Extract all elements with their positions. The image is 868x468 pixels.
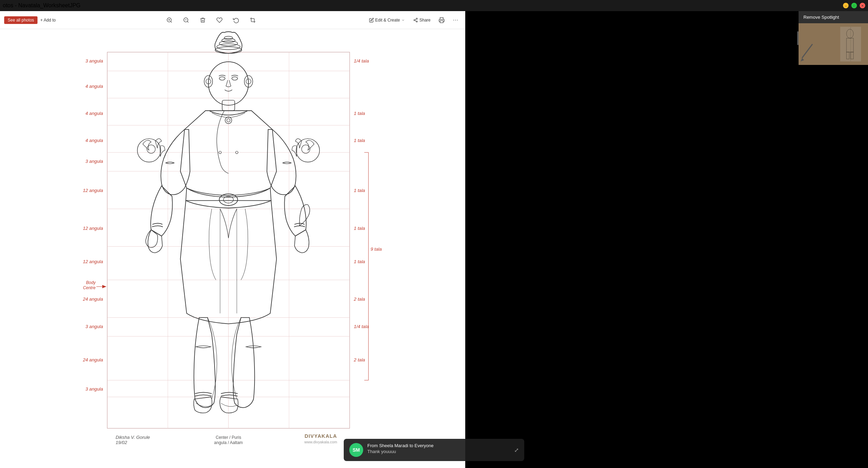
more-options-button[interactable]: ⋯ xyxy=(450,15,461,26)
svg-text:1/4 tala: 1/4 tala xyxy=(354,58,369,64)
minimize-button[interactable]: – xyxy=(843,3,849,8)
svg-line-11 xyxy=(415,19,416,19)
spotlight-label: Remove Spotlight xyxy=(803,15,839,20)
svg-text:1 tala: 1 tala xyxy=(354,138,365,143)
spotlight-panel: Remove Spotlight xyxy=(799,11,868,65)
svg-text:3 angula: 3 angula xyxy=(85,58,103,64)
delete-button[interactable] xyxy=(197,15,208,26)
close-button[interactable]: ✕ xyxy=(860,3,865,8)
maximize-button[interactable]: □ xyxy=(851,3,857,8)
chat-notification: SM From Sheela Maradi to Everyone Thank … xyxy=(344,439,524,461)
svg-text:1 tala: 1 tala xyxy=(354,259,365,264)
titlebar-controls: – □ ✕ xyxy=(843,3,865,8)
svg-text:1/4 tala: 1/4 tala xyxy=(354,324,369,329)
svg-text:4 angula: 4 angula xyxy=(85,111,103,116)
spotlight-header: Remove Spotlight xyxy=(799,11,868,23)
titlebar-title: otos - Navatala_WorksheetJPG xyxy=(3,2,81,9)
svg-text:Centre: Centre xyxy=(83,285,95,290)
svg-text:1 tala: 1 tala xyxy=(354,111,365,116)
crop-button[interactable] xyxy=(247,15,258,26)
see-all-photos-button[interactable]: See all photos xyxy=(4,16,37,24)
svg-text:1 tala: 1 tala xyxy=(354,226,365,231)
chat-sender: From Sheela Maradi to Everyone xyxy=(367,443,510,448)
zoom-out-button[interactable] xyxy=(181,15,192,26)
photo-window: See all photos + Add to xyxy=(0,11,465,468)
svg-text:DIVYAKALA: DIVYAKALA xyxy=(304,433,337,439)
zoom-in-button[interactable] xyxy=(164,15,175,26)
svg-point-62 xyxy=(224,36,233,40)
svg-text:1 tala: 1 tala xyxy=(354,188,365,193)
image-area: 3 angula 4 angula 4 angula 4 angula 3 an… xyxy=(0,29,465,468)
svg-rect-12 xyxy=(440,20,443,23)
svg-text:19/02: 19/02 xyxy=(116,440,127,445)
svg-text:Body: Body xyxy=(86,280,96,285)
svg-point-80 xyxy=(302,145,310,153)
svg-point-7 xyxy=(416,18,418,19)
svg-point-60 xyxy=(219,41,237,46)
titlebar: otos - Navatala_WorksheetJPG – □ ✕ xyxy=(0,0,868,11)
edit-create-button[interactable]: Edit & Create xyxy=(366,16,408,24)
svg-text:12 angula: 12 angula xyxy=(83,226,103,231)
toolbar-right-actions: Edit & Create Share ⋯ xyxy=(366,15,461,26)
chat-content: From Sheela Maradi to Everyone Thank you… xyxy=(367,443,510,454)
svg-marker-57 xyxy=(102,285,106,289)
svg-line-10 xyxy=(415,20,416,21)
svg-text:3 angula: 3 angula xyxy=(85,324,103,329)
svg-point-8 xyxy=(414,19,415,21)
svg-point-78 xyxy=(147,145,155,153)
print-button[interactable] xyxy=(436,15,447,26)
toolbar: See all photos + Add to xyxy=(0,11,465,29)
svg-text:angula / Aaltam: angula / Aaltam xyxy=(214,440,243,445)
svg-point-65 xyxy=(232,77,238,80)
svg-text:2 tala: 2 tala xyxy=(353,296,365,302)
svg-text:3 angula: 3 angula xyxy=(85,386,103,392)
svg-point-9 xyxy=(416,21,418,22)
svg-text:9 tala: 9 tala xyxy=(370,246,382,252)
worksheet-image: 3 angula 4 angula 4 angula 4 angula 3 an… xyxy=(0,29,465,468)
chat-message: Thank youuuu xyxy=(367,449,510,454)
spotlight-thumbnail xyxy=(799,23,868,65)
chat-expand-button[interactable]: ⤢ xyxy=(514,447,519,453)
svg-text:24 angula: 24 angula xyxy=(83,296,103,302)
spotlight-thumbnail-svg xyxy=(799,23,868,65)
svg-text:2 tala: 2 tala xyxy=(353,357,365,362)
share-button[interactable]: Share xyxy=(410,16,433,24)
toolbar-center-actions xyxy=(58,15,363,26)
svg-text:www.divyakala.com: www.divyakala.com xyxy=(304,440,337,444)
svg-text:12 angula: 12 angula xyxy=(83,259,103,264)
svg-text:Center / Puris: Center / Puris xyxy=(216,435,241,440)
favorite-button[interactable] xyxy=(214,15,225,26)
svg-text:3 angula: 3 angula xyxy=(85,159,103,164)
svg-text:Diksha V. Gorule: Diksha V. Gorule xyxy=(116,435,150,440)
svg-text:12 angula: 12 angula xyxy=(83,188,103,193)
svg-line-5 xyxy=(187,21,188,22)
add-to-button[interactable]: + Add to xyxy=(40,18,56,23)
chat-avatar: SM xyxy=(349,443,363,457)
svg-point-61 xyxy=(222,38,235,42)
rotate-button[interactable] xyxy=(231,15,242,26)
svg-text:24 angula: 24 angula xyxy=(83,357,103,362)
svg-point-64 xyxy=(219,77,225,80)
svg-text:4 angula: 4 angula xyxy=(85,84,103,89)
svg-line-1 xyxy=(170,21,172,22)
svg-text:4 angula: 4 angula xyxy=(85,138,103,143)
